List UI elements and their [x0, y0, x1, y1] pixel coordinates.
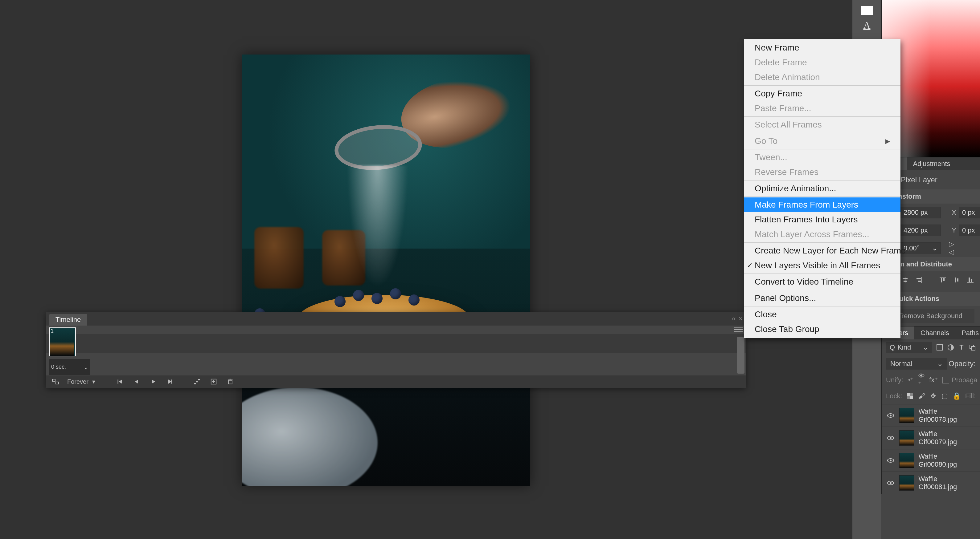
tab-paths[interactable]: Paths — [955, 327, 980, 339]
propagate-checkbox[interactable] — [942, 377, 949, 384]
close-icon[interactable]: × — [739, 315, 743, 323]
menu-item-label: Paste Frame... — [755, 103, 811, 113]
convert-timeline-icon[interactable] — [51, 377, 60, 387]
lock-label: Lock: — [886, 392, 902, 400]
svg-rect-23 — [905, 277, 905, 283]
submenu-arrow-icon: ▶ — [885, 137, 890, 145]
svg-rect-35 — [967, 282, 974, 283]
visibility-toggle[interactable] — [886, 433, 895, 442]
layer-name: Waffle Gif00081.jpg — [918, 475, 976, 491]
layer-row[interactable]: Waffle Gif00080.jpg — [882, 449, 980, 472]
swatch-white[interactable] — [861, 6, 873, 15]
frame-duration-select[interactable]: 0 sec. ⌄ — [49, 359, 90, 375]
y-label: Y — [946, 227, 956, 235]
filter-pixel-icon[interactable] — [936, 342, 943, 353]
unify-position-icon[interactable]: ▫⁺ — [908, 374, 914, 385]
svg-rect-25 — [904, 281, 907, 282]
svg-rect-30 — [941, 278, 942, 282]
tab-adjustments[interactable]: Adjustments — [907, 157, 956, 170]
menu-item[interactable]: Panel Options... — [744, 291, 900, 306]
x-input[interactable]: 0 px — [959, 207, 980, 218]
prev-frame-icon[interactable] — [132, 377, 142, 387]
menu-item[interactable]: Convert to Video Timeline — [744, 274, 900, 289]
blueberry — [409, 295, 420, 306]
menu-separator — [744, 149, 900, 149]
unify-style-icon[interactable]: fx⁺ — [929, 374, 938, 385]
svg-rect-17 — [228, 380, 232, 384]
lock-artboard-icon[interactable]: ▢ — [941, 390, 948, 402]
flip-horizontal-icon[interactable]: ▷|◁ — [949, 243, 960, 254]
first-frame-icon[interactable] — [115, 377, 125, 387]
align-bottom-icon[interactable] — [966, 274, 974, 285]
menu-item-label: Close — [755, 309, 777, 319]
timeline-header: Timeline « × — [46, 312, 746, 325]
visibility-toggle[interactable] — [886, 456, 895, 465]
loop-select[interactable]: Forever ▾ — [67, 378, 95, 385]
lock-transparency-icon[interactable] — [907, 390, 914, 402]
menu-item-label: Optimize Animation... — [755, 184, 836, 193]
filter-shape-icon[interactable] — [969, 342, 976, 353]
delete-frame-icon[interactable] — [225, 377, 235, 387]
lock-image-icon[interactable]: 🖌 — [918, 390, 925, 402]
timeline-tab[interactable]: Timeline — [49, 314, 87, 325]
layer-row[interactable]: Waffle Gif00078.jpg — [882, 404, 980, 426]
menu-item-label: Convert to Video Timeline — [755, 277, 853, 287]
svg-rect-3 — [52, 379, 55, 381]
next-frame-icon[interactable] — [165, 377, 175, 387]
scrollbar[interactable] — [737, 337, 745, 374]
svg-rect-37 — [971, 279, 972, 282]
angle-input[interactable]: 0.00°⌄ — [900, 243, 941, 254]
align-top-icon[interactable] — [939, 274, 947, 285]
layer-row[interactable]: Waffle Gif00081.jpg — [882, 472, 980, 494]
visibility-toggle[interactable] — [886, 478, 895, 488]
character-panel-icon[interactable]: A — [859, 17, 875, 33]
unify-visibility-icon[interactable]: 👁⁺ — [918, 374, 925, 385]
frame-thumb[interactable]: 1 — [49, 327, 76, 357]
menu-item[interactable]: Flatten Frames Into Layers — [744, 212, 900, 227]
menu-item[interactable]: New Frame — [744, 40, 900, 55]
quick-actions-label: Quick Actions — [894, 295, 939, 303]
tab-channels[interactable]: Channels — [914, 327, 955, 339]
blueberry — [371, 293, 383, 304]
visibility-toggle[interactable] — [886, 411, 895, 420]
menu-item[interactable]: ✓New Layers Visible in All Frames — [744, 258, 900, 273]
doc-jar — [255, 227, 304, 289]
filter-adjustment-icon[interactable] — [947, 342, 954, 353]
menu-separator — [744, 85, 900, 86]
y-input[interactable]: 0 px — [959, 225, 980, 236]
align-center-v-icon[interactable] — [953, 274, 961, 285]
height-input[interactable]: 4200 px — [900, 225, 941, 236]
menu-item[interactable]: Close Tab Group — [744, 322, 900, 337]
svg-rect-38 — [937, 345, 942, 350]
align-right-icon[interactable] — [915, 274, 923, 285]
chevron-down-icon: ⌄ — [937, 360, 943, 368]
opacity-label: Opacity: — [948, 360, 976, 368]
menu-item-label: New Layers Visible in All Frames — [755, 261, 880, 270]
check-icon: ✓ — [747, 261, 753, 270]
menu-separator — [744, 197, 900, 197]
blend-mode-select[interactable]: Normal ⌄ — [886, 358, 947, 369]
chevron-down-icon: ▾ — [92, 378, 95, 385]
kind-filter[interactable]: Q Kind ⌄ — [886, 342, 932, 353]
menu-item: Delete Animation — [744, 70, 900, 85]
filter-type-icon[interactable]: T — [958, 342, 964, 353]
svg-rect-4 — [56, 382, 59, 384]
collapse-icon[interactable]: « — [732, 315, 735, 323]
width-input[interactable]: 2800 px — [900, 207, 941, 218]
svg-point-11 — [194, 383, 196, 385]
menu-item[interactable]: Create New Layer for Each New Frame — [744, 243, 900, 258]
menu-item[interactable]: Copy Frame — [744, 86, 900, 101]
menu-item[interactable]: Close — [744, 307, 900, 322]
svg-point-46 — [890, 415, 891, 417]
tween-icon[interactable] — [192, 377, 202, 387]
new-frame-icon[interactable] — [209, 377, 219, 387]
play-icon[interactable] — [148, 377, 158, 387]
document-canvas[interactable] — [242, 54, 530, 486]
blueberry — [353, 290, 364, 301]
lock-all-icon[interactable]: 🔒 — [953, 390, 961, 402]
menu-item[interactable]: Make Frames From Layers — [744, 197, 900, 212]
lock-position-icon[interactable]: ✥ — [929, 390, 937, 402]
menu-item[interactable]: Optimize Animation... — [744, 181, 900, 196]
layer-row[interactable]: Waffle Gif00079.jpg — [882, 426, 980, 449]
align-center-h-icon[interactable] — [901, 274, 909, 285]
